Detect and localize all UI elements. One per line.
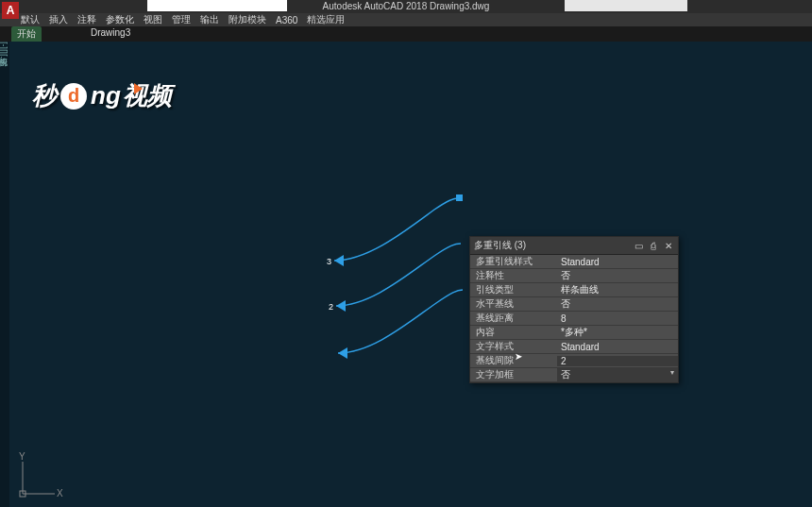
search-field[interactable] [565, 0, 687, 11]
app-menu-icon[interactable]: A [2, 2, 19, 19]
property-row[interactable]: 文字加框否 [470, 368, 678, 382]
tab-document[interactable]: Drawing3 [85, 26, 136, 39]
properties-panel[interactable]: 多重引线 (3) ▭ ⎙ ✕ 多重引线样式Standard注释性否引线类型样条曲… [469, 236, 679, 383]
ribbon-tab[interactable]: 附加模块 [228, 13, 266, 26]
property-value[interactable]: 样条曲线 [557, 283, 678, 296]
property-value[interactable]: 否 [557, 297, 678, 311]
property-key: 内容 [470, 326, 557, 339]
drawing-svg: 3 2 [9, 42, 812, 507]
property-value[interactable]: 否 [557, 368, 678, 381]
property-row[interactable]: 引线类型样条曲线 [470, 283, 678, 297]
drawing-canvas[interactable]: 秒 d ng 视频 3 2 X Y 多重引线 (3) ▭ ⎙ [9, 42, 812, 507]
property-value[interactable]: 2 [557, 356, 678, 366]
property-row[interactable]: 多重引线样式Standard [470, 255, 678, 269]
property-key: 文字加框 [470, 368, 557, 381]
property-key: 注释性 [470, 269, 557, 282]
close-icon[interactable]: ✕ [663, 240, 674, 251]
arrow-icon [338, 347, 347, 359]
app-title: Autodesk AutoCAD 2018 Drawing3.dwg [323, 0, 490, 13]
property-value[interactable]: Standard [557, 342, 678, 352]
ribbon-tab[interactable]: 精选应用 [307, 13, 345, 26]
arrow-icon [336, 300, 346, 312]
panel-header[interactable]: 多重引线 (3) ▭ ⎙ ✕ [470, 237, 678, 255]
grip-handle[interactable] [456, 194, 463, 201]
axis-y-label: Y [19, 452, 25, 462]
panel-select-icon[interactable]: ▭ [633, 240, 644, 251]
panel-title: 多重引线 (3) [474, 239, 526, 252]
property-row[interactable]: 基线距离8 [470, 312, 678, 326]
ribbon-tab[interactable]: 输出 [200, 13, 219, 26]
property-key: 引线类型 [470, 283, 557, 296]
ribbon-tab[interactable]: 默认 [21, 13, 40, 26]
ribbon-tab[interactable]: 参数化 [106, 13, 134, 26]
property-row[interactable]: 水平基线否 [470, 297, 678, 312]
property-row[interactable]: 注释性否 [470, 269, 678, 283]
property-value[interactable]: *多种* [557, 326, 678, 339]
property-row[interactable]: 文字样式Standard [470, 340, 678, 354]
property-key: 水平基线 [470, 297, 557, 311]
leader-label: 3 [327, 257, 331, 266]
property-key: 基线间隙 [470, 354, 557, 367]
property-value[interactable]: Standard [557, 257, 678, 267]
leader-curve[interactable] [338, 290, 463, 353]
cursor-icon: ➤ [515, 351, 522, 362]
ribbon-tabs: 默认 插入 注释 参数化 视图 管理 输出 附加模块 A360 精选应用 [0, 13, 812, 26]
arrow-icon [334, 255, 344, 266]
axis-x-label: X [57, 488, 63, 499]
property-key: 多重引线样式 [470, 255, 557, 268]
property-value[interactable]: 否 [557, 269, 678, 282]
ribbon-tab[interactable]: 管理 [172, 13, 191, 26]
ribbon-tab[interactable]: 插入 [49, 13, 68, 26]
viewport-label[interactable]: [-][俯视][... [0, 42, 9, 507]
property-row[interactable]: 内容*多种* [470, 326, 678, 340]
ribbon-tab[interactable]: 视图 [144, 13, 162, 26]
panel-pim-icon[interactable]: ⎙ [648, 240, 659, 251]
property-key: 文字样式 [470, 340, 557, 353]
tab-start[interactable]: 开始 [11, 26, 42, 42]
ribbon-tab[interactable]: 注释 [77, 13, 96, 26]
property-row[interactable]: 基线间隙2 [470, 354, 678, 368]
ucs-icon: X Y [17, 452, 64, 499]
property-value[interactable]: 8 [557, 313, 678, 324]
quick-access-field[interactable] [147, 0, 287, 11]
title-bar: Autodesk AutoCAD 2018 Drawing3.dwg [0, 0, 812, 13]
leader-curve[interactable] [336, 244, 461, 306]
property-key: 基线距离 [470, 312, 557, 325]
document-tabs: 开始 Drawing3 [0, 26, 812, 42]
ribbon-tab[interactable]: A360 [276, 15, 297, 25]
leader-label: 2 [329, 302, 333, 312]
